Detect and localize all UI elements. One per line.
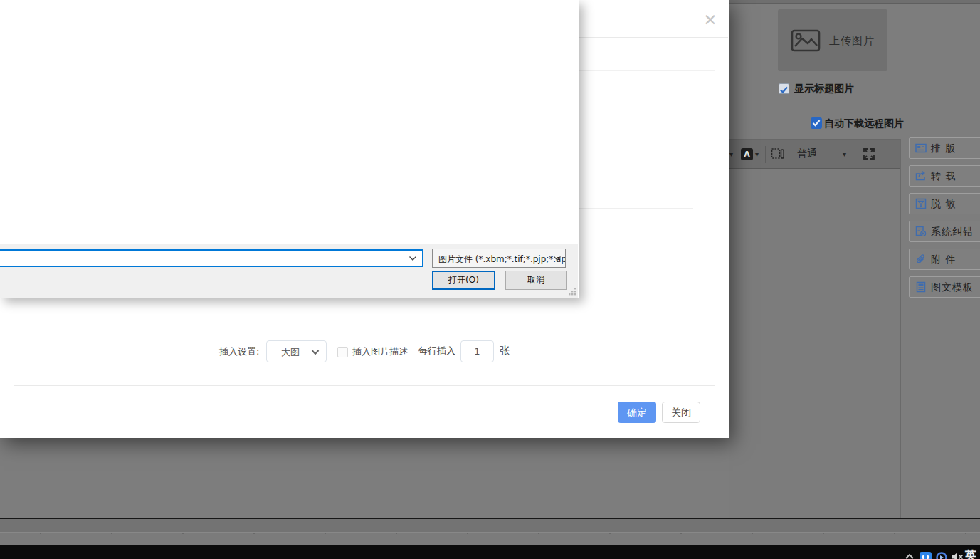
editor-content-area: [729, 169, 900, 518]
sidebar-item-label: 图文模板: [931, 281, 974, 294]
sidebar-item-template[interactable]: 图文模板: [909, 276, 980, 298]
upload-image-button[interactable]: 上传图片: [778, 9, 887, 71]
windows-open-file-dialog: 图片文件 (*.xbm;*.tif;*.pjp;*.ap 打开(O) 取消: [0, 0, 579, 298]
open-button[interactable]: 打开(O): [432, 271, 495, 290]
sidebar-item-fujian[interactable]: 附 件: [909, 249, 980, 270]
toolbar-separator: [855, 146, 855, 163]
chevron-down-icon[interactable]: ▾: [755, 151, 759, 158]
sidebar-item-label: 系统纠错: [931, 226, 974, 239]
upload-image-label: 上传图片: [829, 34, 875, 48]
layout-icon: [915, 142, 927, 154]
share-icon: [915, 170, 927, 182]
image-size-select[interactable]: 大图: [266, 340, 327, 362]
dialog-footer-divider: [14, 385, 715, 386]
chevron-down-icon: [553, 256, 562, 261]
cancel-button[interactable]: 取消: [505, 271, 567, 290]
windows-taskbar: 英: [0, 545, 980, 559]
footer-strip-dots: [0, 533, 980, 534]
resize-grip[interactable]: [568, 287, 577, 296]
per-row-input[interactable]: 1: [460, 340, 494, 362]
insert-description-label: 插入图片描述: [352, 345, 408, 358]
error-check-icon: [915, 226, 927, 237]
tray-volume-muted-icon[interactable]: [951, 551, 964, 559]
image-icon: [791, 29, 821, 52]
format-style-icon[interactable]: [771, 147, 784, 161]
filename-input[interactable]: [0, 249, 423, 267]
sidebar-divider: [900, 139, 901, 518]
sidebar-item-tuomin[interactable]: 脱 敏: [909, 193, 980, 214]
chevron-down-icon: [311, 349, 320, 355]
image-size-value: 大图: [281, 346, 300, 359]
chevron-down-icon[interactable]: [409, 256, 417, 261]
sidebar-item-label: 脱 敏: [931, 198, 956, 211]
sidebar-item-jiucuo[interactable]: 系统纠错: [909, 221, 980, 242]
confirm-button[interactable]: 确定: [618, 402, 656, 423]
auto-download-checkbox[interactable]: [811, 117, 822, 129]
paperclip-icon: [915, 254, 927, 265]
paragraph-style-value[interactable]: 普通: [797, 147, 817, 160]
tray-expand-icon[interactable]: [905, 552, 915, 559]
font-color-icon[interactable]: A: [741, 148, 753, 160]
show-title-image-checkbox[interactable]: [779, 83, 789, 94]
chevron-down-icon[interactable]: ▾: [729, 151, 733, 158]
fullscreen-icon[interactable]: [862, 147, 876, 161]
close-button[interactable]: 关闭: [662, 402, 700, 423]
chevron-down-icon[interactable]: ▾: [843, 151, 846, 158]
insert-settings-label: 插入设置:: [219, 345, 259, 358]
filter-icon: [915, 198, 927, 209]
sidebar-item-label: 附 件: [931, 254, 956, 266]
sidebar-item-paiban[interactable]: 排 版: [909, 137, 980, 159]
per-row-unit: 张: [500, 345, 510, 357]
check-icon: [779, 85, 789, 95]
filetype-value: 图片文件 (*.xbm;*.tif;*.pjp;*.ap: [438, 254, 566, 266]
insert-description-checkbox[interactable]: [337, 347, 348, 357]
ime-indicator[interactable]: 英: [965, 548, 976, 559]
status-strip: [0, 519, 980, 532]
sidebar-item-label: 转 载: [931, 170, 956, 183]
tray-ring-icon[interactable]: [935, 551, 948, 559]
template-doc-icon: [915, 281, 927, 293]
editor-toolbar: ▾ A ▾ 普通 ▾: [726, 139, 900, 169]
per-row-label: 每行插入: [418, 345, 455, 357]
tray-messenger-icon[interactable]: [920, 552, 932, 559]
auto-download-label: 自动下载远程图片: [824, 117, 904, 130]
sidebar-item-label: 排 版: [931, 142, 956, 155]
sidebar-item-zhuanzai[interactable]: 转 载: [909, 165, 980, 187]
show-title-image-label: 显示标题图片: [794, 83, 854, 95]
close-icon[interactable]: ✕: [700, 9, 721, 31]
check-icon: [811, 117, 822, 129]
filetype-select[interactable]: 图片文件 (*.xbm;*.tif;*.pjp;*.ap: [432, 249, 566, 268]
toolbar-separator: [765, 146, 766, 163]
